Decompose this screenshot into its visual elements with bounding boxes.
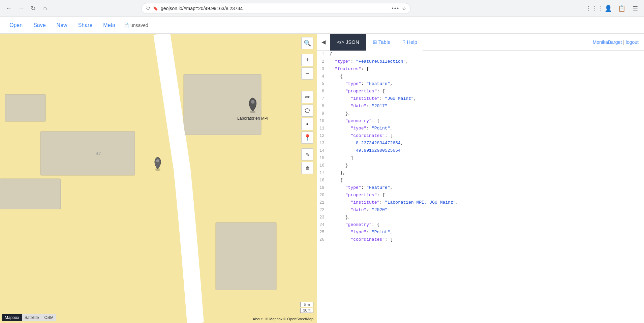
map-draw-tools: ✏ ⬠ ▪ 📍 (301, 91, 313, 144)
user-separator: | (623, 39, 624, 45)
draw-polygon-button[interactable]: ⬠ (301, 105, 313, 117)
json-panel: ◀ </> JSON ⊞ Table ? Help MonikaBarget |… (317, 34, 644, 323)
scale-bar: 5 m 30 ft (300, 302, 313, 313)
map-attribution: About | © Mapbox © OpenStreetMap (253, 317, 313, 321)
panel-header: ◀ </> JSON ⊞ Table ? Help MonikaBarget |… (317, 34, 644, 51)
json-line: 4 { (317, 73, 644, 80)
json-editor[interactable]: 1{2 "type": "FeatureCollection",3 "featu… (317, 51, 644, 323)
json-tab[interactable]: </> JSON (330, 34, 366, 51)
json-line: 19 "type": "Feature", (317, 184, 644, 192)
json-line: 2 "type": "FeatureCollection", (317, 58, 644, 65)
logout-link[interactable]: logout (626, 39, 639, 45)
json-line: 20 "properties": { (317, 192, 644, 199)
table-tab-label: ⊞ Table (373, 39, 391, 45)
menu-bar: Open Save New Share Meta 📄 unsaved (0, 17, 644, 34)
unsaved-label: 📄 unsaved (123, 23, 148, 28)
json-line: 6 "properties": { (317, 88, 644, 95)
help-tab[interactable]: ? Help (397, 34, 423, 51)
json-line: 9 }, (317, 110, 644, 117)
svg-rect-2 (216, 223, 276, 290)
json-line: 8 "date": "2017" (317, 102, 644, 110)
extensions-icon[interactable]: ⋮⋮⋮ (589, 3, 600, 14)
main-content: Laboratorien MPI 47 + − (0, 34, 644, 323)
draw-marker-button[interactable]: 📍 (301, 131, 313, 144)
draw-rectangle-button[interactable]: ▪ (301, 118, 313, 130)
meta-menu-item[interactable]: Meta (100, 21, 118, 30)
mapbox-tab[interactable]: Mapbox (2, 314, 22, 321)
address-options-icon: ••• (392, 5, 399, 11)
json-line: 12 "coordinates": [ (317, 132, 644, 140)
attribution-text: About | © Mapbox © OpenStreetMap (253, 317, 313, 321)
json-line: 22 "date": "2020" (317, 206, 644, 214)
svg-point-7 (251, 100, 255, 104)
table-tab[interactable]: ⊞ Table (366, 34, 397, 51)
json-line: 5 "type": "Feature", (317, 80, 644, 88)
unsaved-text: unsaved (130, 23, 148, 28)
svg-point-10 (156, 159, 159, 163)
scale-feet: 30 ft (300, 308, 313, 313)
svg-rect-5 (0, 179, 61, 209)
svg-rect-4 (5, 94, 45, 121)
menu-icon[interactable]: ☰ (630, 3, 641, 14)
profile-icon[interactable]: 👤 (603, 3, 614, 14)
json-line: 26 "coordinates": [ (317, 236, 644, 243)
scale-meters: 5 m (300, 302, 313, 307)
nav-buttons: ← → ↻ ⌂ (3, 3, 51, 14)
json-line: 24 "geometry": { (317, 221, 644, 229)
svg-text:47: 47 (96, 151, 101, 156)
satellite-tab[interactable]: Satellite (22, 314, 42, 321)
url-text: geojson.io/#map=20/49.99163/8.23734 (161, 6, 389, 11)
map-panel[interactable]: Laboratorien MPI 47 + − (0, 34, 317, 323)
draw-line-button[interactable]: ✏ (301, 91, 313, 103)
collapse-button[interactable]: ◀ (317, 34, 330, 51)
json-line: 13 8.237342834472654, (317, 140, 644, 147)
edit-button[interactable]: ✎ (301, 148, 313, 160)
json-line: 18 { (317, 177, 644, 184)
json-line: 3 "features": [ (317, 65, 644, 73)
json-line: 11 "type": "Point", (317, 125, 644, 132)
home-button[interactable]: ⌂ (40, 3, 51, 14)
security-icon: 🛡 (146, 6, 150, 11)
map-edit-tools: ✎ 🗑 (301, 148, 313, 174)
sync-icon[interactable]: 📋 (616, 3, 627, 14)
reload-button[interactable]: ↻ (28, 3, 38, 14)
osm-tab[interactable]: OSM (41, 314, 56, 321)
favicon-icon: 🔖 (153, 6, 158, 11)
map-type-tabs: Mapbox Satellite OSM (2, 314, 56, 321)
browser-actions: ⋮⋮⋮ 👤 📋 ☰ (589, 3, 641, 14)
username-link[interactable]: MonikaBarget (593, 39, 622, 45)
json-line: 7 "institute": "JGU Mainz", (317, 95, 644, 102)
user-section: MonikaBarget | logout (593, 39, 644, 45)
new-menu-item[interactable]: New (54, 21, 70, 30)
address-bar[interactable]: 🛡 🔖 geojson.io/#map=20/49.99163/8.23734 … (141, 3, 411, 14)
bookmark-icon: ☆ (402, 6, 406, 11)
json-tab-label: </> JSON (337, 39, 359, 45)
open-menu-item[interactable]: Open (7, 21, 25, 30)
map-svg: Laboratorien MPI 47 (0, 34, 317, 323)
map-zoom-controls: + − (301, 54, 313, 80)
save-menu-item[interactable]: Save (31, 21, 48, 30)
json-line: 16 } (317, 162, 644, 169)
search-button[interactable]: 🔍 (301, 37, 313, 49)
back-button[interactable]: ← (3, 3, 14, 14)
zoom-out-button[interactable]: − (301, 67, 313, 80)
delete-button[interactable]: 🗑 (301, 162, 313, 174)
json-line: 15 ] (317, 154, 644, 162)
svg-text:Laboratorien MPI: Laboratorien MPI (237, 116, 268, 121)
json-line: 1{ (317, 51, 644, 58)
file-icon: 📄 (123, 23, 129, 28)
json-line: 14 49.99162900525654 (317, 147, 644, 154)
map-background: Laboratorien MPI 47 + − (0, 34, 317, 323)
svg-rect-3 (40, 131, 135, 175)
share-menu-item[interactable]: Share (75, 21, 95, 30)
app-container: Open Save New Share Meta 📄 unsaved (0, 17, 644, 323)
zoom-in-button[interactable]: + (301, 54, 313, 66)
json-line: 25 "type": "Point", (317, 229, 644, 236)
json-line: 21 "institute": "Laboratien MPI, JGU Mai… (317, 199, 644, 206)
json-line: 23 }, (317, 214, 644, 221)
forward-button[interactable]: → (16, 3, 26, 14)
browser-chrome: ← → ↻ ⌂ 🛡 🔖 geojson.io/#map=20/49.99163/… (0, 0, 644, 17)
help-tab-label: ? Help (403, 39, 417, 45)
json-line: 17 }, (317, 169, 644, 177)
json-line: 10 "geometry": { (317, 117, 644, 125)
